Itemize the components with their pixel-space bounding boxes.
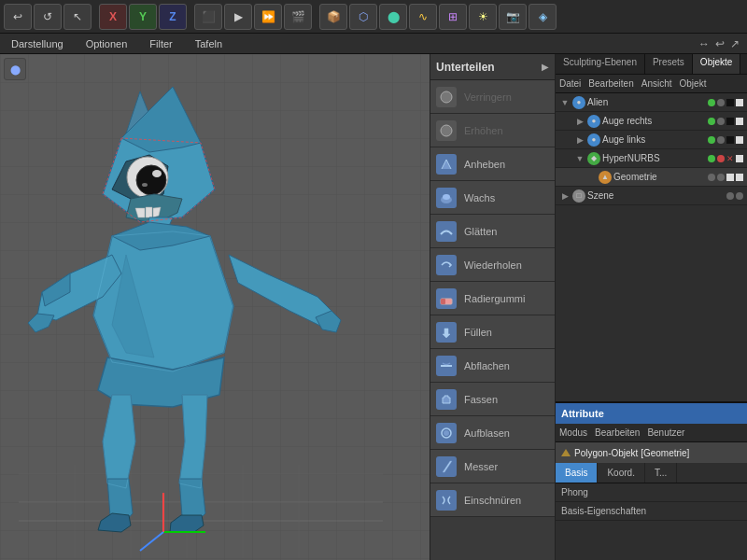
tool-radiergummi[interactable]: Radiergummi (430, 282, 555, 315)
tool-glatten-label: Glätten (464, 226, 497, 237)
tool-aufblasen-icon (436, 423, 457, 443)
tree-item-auge-rechts[interactable]: ▶ ● Auge rechts (556, 112, 747, 131)
tab-sculpting-ebenen[interactable]: Sculpting-Ebenen (556, 54, 645, 74)
tool-glatten-icon (436, 221, 457, 242)
torus-button[interactable]: ⬤ (379, 4, 407, 30)
select-button[interactable]: ↖ (63, 4, 92, 30)
perspective-button[interactable]: ⬡ (349, 4, 377, 30)
submenu-datei[interactable]: Datei (559, 78, 581, 89)
object-tree: ▼ ● Alien ▶ ● Auge rechts (556, 93, 747, 401)
tab-presets[interactable]: Presets (645, 54, 693, 74)
submenu-ansicht[interactable]: Ansicht (641, 78, 672, 89)
attr-sub-tab-basis[interactable]: Basis (556, 463, 598, 483)
menu-undo-icon[interactable]: ↩ (715, 37, 725, 50)
tree-item-alien[interactable]: ▼ ● Alien (556, 93, 747, 112)
menu-filter[interactable]: Filter (146, 36, 176, 51)
y-axis-button[interactable]: Y (129, 4, 157, 30)
tool-erhohen[interactable]: Erhöhen (430, 114, 555, 147)
svg-point-14 (136, 165, 166, 195)
menu-tafeln[interactable]: Tafeln (191, 36, 226, 51)
x-axis-button[interactable]: X (99, 4, 127, 30)
auge-l-dot2 (717, 136, 725, 144)
szene-icons (726, 192, 743, 200)
redo-button[interactable]: ↺ (34, 4, 62, 30)
attr-sub-tab-t[interactable]: T... (645, 463, 677, 483)
menu-darstellung[interactable]: Darstellung (7, 36, 67, 51)
menu-arrows-icon[interactable]: ↔ (698, 37, 710, 50)
menu-expand-icon[interactable]: ↗ (730, 37, 740, 50)
z-axis-button[interactable]: Z (159, 4, 187, 30)
tool-fassen[interactable]: Fassen (430, 383, 555, 416)
scene-button[interactable]: ◈ (529, 4, 557, 30)
tool-messer[interactable]: Messer (430, 450, 555, 483)
svg-line-43 (140, 532, 163, 551)
viewport[interactable]: ⬤ (0, 54, 430, 560)
tool-einschnuren[interactable]: Einschnüren (430, 483, 555, 517)
submenu-objekt[interactable]: Objekt (680, 78, 707, 89)
expand-auge-links[interactable]: ▶ (574, 135, 585, 145)
tool-wachs[interactable]: Wachs (430, 181, 555, 215)
tree-item-auge-links[interactable]: ▶ ● Auge links (556, 131, 747, 149)
svg-marker-33 (98, 513, 131, 532)
icon-hypernurbs: ◆ (587, 152, 600, 165)
menu-optionen[interactable]: Optionen (82, 36, 132, 51)
tool-aufblasen[interactable]: Aufblasen (430, 416, 555, 450)
phong-tab-label[interactable]: Phong (561, 487, 588, 497)
tool-glatten[interactable]: Glätten (430, 215, 555, 248)
move-button[interactable]: ⬛ (194, 4, 222, 30)
deform-button[interactable]: ⊞ (439, 4, 467, 30)
svg-marker-35 (179, 479, 205, 521)
expand-auge-rechts[interactable]: ▶ (574, 117, 585, 126)
attr-tab-modus[interactable]: Modus (559, 427, 587, 438)
tab-objekte[interactable]: Objekte (693, 54, 740, 74)
submenu-bearbeiten[interactable]: Bearbeiten (588, 78, 633, 89)
viewport-sphere-icon[interactable]: ⬤ (4, 58, 26, 80)
svg-point-16 (142, 183, 148, 187)
attr-triangle-icon (561, 449, 571, 456)
attr-sub-tab-koord[interactable]: Koord. (598, 463, 644, 483)
undo-button[interactable]: ↩ (4, 4, 32, 30)
obj-panel-tabs: Sculpting-Ebenen Presets Objekte (556, 54, 747, 75)
svg-marker-36 (170, 515, 204, 532)
expand-szene[interactable]: ▶ (559, 191, 571, 201)
icon-auge-links: ● (587, 133, 600, 147)
light-button[interactable]: ☀ (469, 4, 497, 30)
label-geometrie: Geometrie (613, 172, 706, 182)
render2-button[interactable]: ⏩ (254, 4, 282, 30)
attr-sub-tabs: Basis Koord. T... (556, 463, 747, 483)
sculpt-header-title: Unterteilen (436, 61, 495, 74)
tree-item-hypernurbs[interactable]: ▼ ◆ HyperNURBS ✕ (556, 149, 747, 168)
attr-object-name-label: Polygon-Objekt [Geometrie] (574, 448, 689, 458)
camera-button[interactable]: 📷 (499, 4, 527, 30)
phong-tab-row: Phong (556, 483, 747, 502)
attr-tab-benutzer[interactable]: Benutzer (647, 427, 684, 438)
tool-abflachen-label: Abflachen (464, 360, 510, 371)
svg-point-47 (443, 194, 450, 200)
tool-verringern[interactable]: Verringern (430, 80, 555, 114)
box-button[interactable]: 📦 (319, 4, 347, 30)
clapper-button[interactable]: 🎬 (284, 4, 312, 30)
tool-messer-icon (436, 456, 457, 477)
svg-point-15 (152, 170, 162, 177)
attr-header-title: Attribute (561, 408, 604, 419)
tool-anheben[interactable]: Anheben (430, 147, 555, 181)
render-button[interactable]: ▶ (224, 4, 252, 30)
tool-fullen[interactable]: Füllen (430, 315, 555, 349)
tool-wiederholen[interactable]: Wiederholen (430, 248, 555, 282)
spline-button[interactable]: ∿ (409, 4, 437, 30)
tree-item-geometrie[interactable]: ▲ Geometrie (556, 168, 747, 187)
tree-item-szene[interactable]: ▶ □ Szene (556, 187, 747, 205)
attr-tab-bearbeiten[interactable]: Bearbeiten (595, 427, 640, 438)
sculpt-header-arrow[interactable]: ▶ (542, 62, 549, 72)
expand-alien[interactable]: ▼ (559, 98, 571, 107)
tool-fassen-icon (436, 389, 457, 410)
auge-r-sq2 (736, 118, 743, 125)
geo-sq2 (736, 174, 743, 181)
sculpt-panel: Unterteilen ▶ Verringern Erhöhen Anheben (430, 54, 556, 560)
tool-abflachen[interactable]: Abflachen (430, 349, 555, 383)
expand-hypernurbs[interactable]: ▼ (574, 154, 585, 163)
icon-alien: ● (572, 96, 585, 109)
auge-r-sq1 (726, 118, 734, 125)
tool-messer-label: Messer (464, 461, 498, 472)
tool-einschnuren-label: Einschnüren (464, 495, 521, 506)
